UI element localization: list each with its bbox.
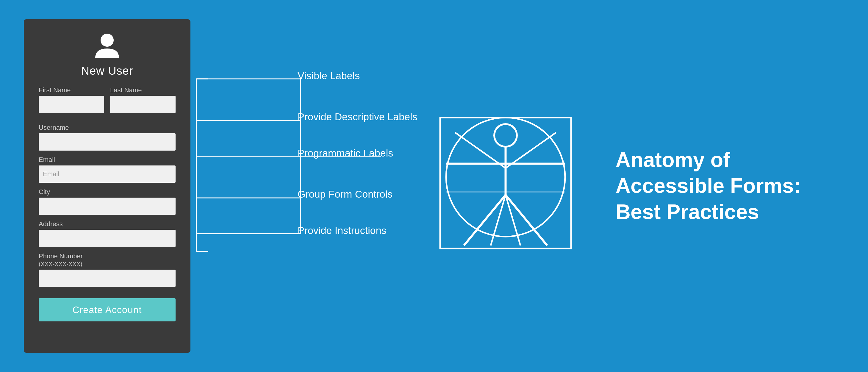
name-row: First Name Last Name xyxy=(39,86,176,119)
provide-instructions-text: Provide Instructions xyxy=(298,225,386,236)
phone-label: Phone Number xyxy=(39,252,83,260)
address-label: Address xyxy=(39,220,176,228)
title-line2: Best Practices xyxy=(616,200,760,223)
vitruvian-svg xyxy=(431,108,580,257)
svg-point-0 xyxy=(100,34,114,47)
city-input[interactable] xyxy=(39,197,176,215)
username-input[interactable] xyxy=(39,133,176,151)
address-group: Address xyxy=(39,220,176,247)
group-form-controls-text: Group Form Controls xyxy=(298,188,393,200)
email-group: Email xyxy=(39,156,176,183)
phone-input[interactable] xyxy=(39,270,176,287)
avatar-container: New User xyxy=(81,31,133,78)
form-fields: First Name Last Name Username Email xyxy=(39,86,176,321)
last-name-input[interactable] xyxy=(110,96,176,113)
email-label: Email xyxy=(39,156,176,164)
visible-labels-text: Visible Labels xyxy=(298,70,360,82)
svg-line-22 xyxy=(505,195,547,246)
address-input[interactable] xyxy=(39,230,176,247)
svg-line-21 xyxy=(464,195,505,246)
last-name-label: Last Name xyxy=(110,86,176,94)
city-label: City xyxy=(39,188,176,196)
first-name-input[interactable] xyxy=(39,96,104,113)
first-name-group: First Name xyxy=(39,86,104,113)
username-label: Username xyxy=(39,124,176,131)
form-card: New User First Name Last Name Username xyxy=(24,19,190,353)
city-group: City xyxy=(39,188,176,215)
user-avatar-icon xyxy=(92,31,122,61)
main-container: New User First Name Last Name Username xyxy=(0,0,868,372)
form-title: New User xyxy=(81,65,133,78)
phone-group: Phone Number (XXX-XXX-XXX) xyxy=(39,252,176,287)
title-line1: Anatomy of Accessible Forms: xyxy=(616,148,801,197)
username-group: Username xyxy=(39,124,176,151)
connector-svg xyxy=(190,19,393,353)
email-input[interactable] xyxy=(39,165,176,183)
anatomy-title: Anatomy of Accessible Forms: Best Practi… xyxy=(616,147,824,225)
first-name-label: First Name xyxy=(39,86,104,94)
last-name-group: Last Name xyxy=(110,86,176,113)
phone-format-label: (XXX-XXX-XXX) xyxy=(39,261,83,267)
create-account-button[interactable]: Create Account xyxy=(39,298,176,321)
svg-point-18 xyxy=(494,124,517,147)
programmatic-labels-text: Programmatic Labels xyxy=(298,147,393,159)
right-section: Anatomy of Accessible Forms: Best Practi… xyxy=(393,108,844,264)
vitruvian-man xyxy=(431,108,586,264)
connector-section: Visible Labels Provide Descriptive Label… xyxy=(190,19,393,353)
descriptive-labels-text: Provide Descriptive Labels xyxy=(298,111,417,123)
